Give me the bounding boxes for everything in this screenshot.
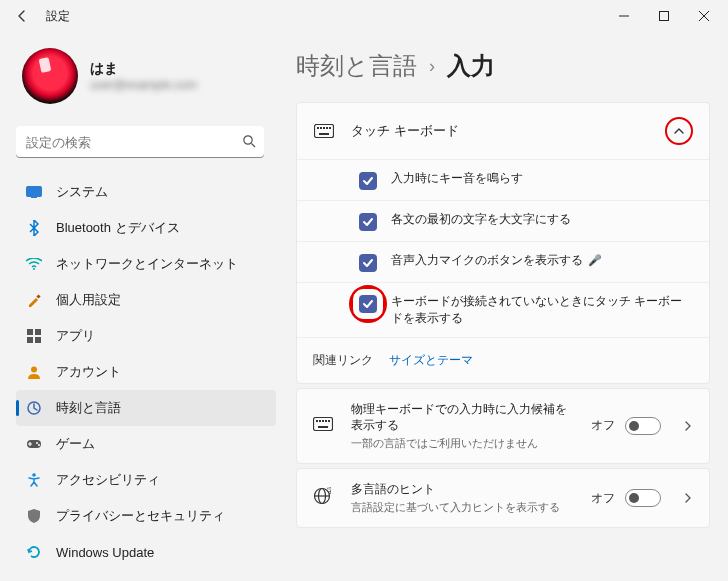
network-icon [26,256,42,272]
svg-rect-30 [328,420,330,422]
sidebar-item-label: Windows Update [56,545,154,560]
globe-icon: 字 [313,487,335,509]
breadcrumb-parent[interactable]: 時刻と言語 [296,50,417,82]
svg-rect-29 [325,420,327,422]
sidebar-item-update[interactable]: Windows Update [16,534,276,570]
sidebar-item-bluetooth[interactable]: Bluetooth とデバイス [16,210,276,246]
sidebar-item-personalize[interactable]: 個人用設定 [16,282,276,318]
svg-rect-10 [27,337,33,343]
svg-rect-5 [31,197,37,198]
row-subtitle: 言語設定に基づいて入力ヒントを表示する [351,500,575,515]
sidebar-item-network[interactable]: ネットワークとインターネット [16,246,276,282]
option-label: 各文の最初の文字を大文字にする [391,211,571,228]
toggle[interactable]: オフ [591,417,661,435]
toggle-label: オフ [591,417,615,434]
checkbox[interactable] [359,295,377,313]
keyboard-icon [313,120,335,142]
maximize-icon [659,11,669,21]
user-name: はま [90,60,197,78]
search-container [16,126,276,158]
svg-rect-27 [319,420,321,422]
svg-point-16 [38,444,40,446]
setting-row-0[interactable]: 物理キーボードでの入力時に入力候補を表示する一部の言語ではご利用いただけませんオ… [296,388,710,465]
touch-kb-option-3[interactable]: キーボードが接続されていないときにタッチ キーボードを表示する [297,282,709,337]
nav: システムBluetooth とデバイスネットワークとインターネット個人用設定アプ… [16,174,276,573]
touch-keyboard-card: タッチ キーボード 入力時にキー音を鳴らす各文の最初の文字を大文字にする音声入力… [296,102,710,384]
row-title: 多言語のヒント [351,481,575,498]
row-subtitle: 一部の言語ではご利用いただけません [351,436,575,451]
setting-row-1[interactable]: 字多言語のヒント言語設定に基づいて入力ヒントを表示するオフ [296,468,710,528]
checkmark-icon [362,257,374,269]
update-icon [26,544,42,560]
sidebar-item-apps[interactable]: アプリ [16,318,276,354]
option-label: 入力時にキー音を鳴らす [391,170,523,187]
sidebar-item-game[interactable]: ゲーム [16,426,276,462]
collapse-button[interactable] [665,117,693,145]
checkbox[interactable] [359,172,377,190]
touch-kb-option-2[interactable]: 音声入力マイクのボタンを表示する 🎤 [297,241,709,282]
avatar [22,48,78,104]
sidebar-item-privacy[interactable]: プライバシーとセキュリティ [16,498,276,534]
minimize-button[interactable] [604,2,644,30]
svg-rect-26 [316,420,318,422]
svg-text:字: 字 [327,487,331,494]
svg-rect-23 [329,127,331,129]
sidebar-item-label: 時刻と言語 [56,399,121,417]
touch-keyboard-title: タッチ キーボード [351,122,649,140]
svg-rect-19 [317,127,319,129]
checkbox[interactable] [359,213,377,231]
svg-rect-20 [320,127,322,129]
svg-rect-28 [322,420,324,422]
minimize-icon [619,11,629,21]
svg-rect-9 [35,329,41,335]
sidebar-item-label: 個人用設定 [56,291,121,309]
user-email: user@example.com [90,78,197,92]
sidebar-item-label: Bluetooth とデバイス [56,219,180,237]
sidebar-item-time[interactable]: 時刻と言語 [16,390,276,426]
row-title: 物理キーボードでの入力時に入力候補を表示する [351,401,575,435]
sidebar-item-label: アプリ [56,327,95,345]
svg-point-12 [31,367,37,373]
touch-keyboard-header[interactable]: タッチ キーボード [297,103,709,159]
sidebar-item-label: システム [56,183,108,201]
sidebar-item-account[interactable]: アカウント [16,354,276,390]
chevron-up-icon [673,125,685,137]
touch-kb-option-1[interactable]: 各文の最初の文字を大文字にする [297,200,709,241]
title-bar: 設定 [0,0,728,32]
switch[interactable] [625,489,661,507]
accessibility-icon [26,472,42,488]
close-button[interactable] [684,2,724,30]
toggle-label: オフ [591,490,615,507]
toggle[interactable]: オフ [591,489,661,507]
option-label: 音声入力マイクのボタンを表示する 🎤 [391,252,602,269]
account-icon [26,364,42,380]
bluetooth-icon [26,220,42,236]
svg-rect-21 [323,127,325,129]
sidebar-item-system[interactable]: システム [16,174,276,210]
touch-kb-option-0[interactable]: 入力時にキー音を鳴らす [297,159,709,200]
option-label: キーボードが接続されていないときにタッチ キーボードを表示する [391,293,693,327]
search-input[interactable] [16,126,264,158]
sidebar-item-label: アクセシビリティ [56,471,160,489]
user-profile[interactable]: はま user@example.com [16,44,276,108]
sidebar-item-label: プライバシーとセキュリティ [56,507,225,525]
svg-point-6 [33,268,35,270]
checkbox[interactable] [359,254,377,272]
maximize-button[interactable] [644,2,684,30]
page-title: 入力 [447,50,495,82]
game-icon [26,436,42,452]
sidebar-item-label: ゲーム [56,435,95,453]
system-icon [26,184,42,200]
sidebar-item-label: アカウント [56,363,121,381]
related-links: 関連リンク サイズとテーマ [297,337,709,383]
svg-rect-22 [326,127,328,129]
switch[interactable] [625,417,661,435]
svg-point-17 [32,473,36,477]
back-button[interactable] [12,6,32,26]
sidebar-item-accessibility[interactable]: アクセシビリティ [16,462,276,498]
size-theme-link[interactable]: サイズとテーマ [389,352,473,369]
svg-rect-25 [314,417,333,430]
close-icon [699,11,709,21]
sidebar-item-label: ネットワークとインターネット [56,255,238,273]
svg-rect-1 [660,12,669,21]
